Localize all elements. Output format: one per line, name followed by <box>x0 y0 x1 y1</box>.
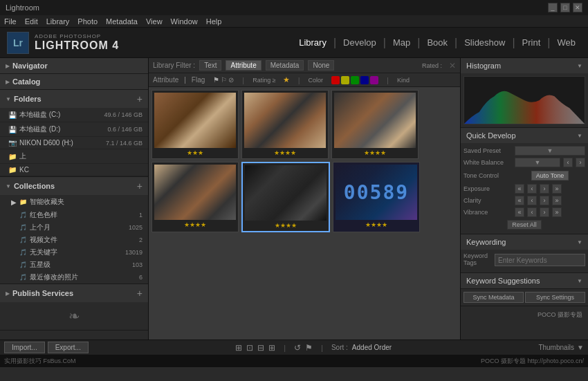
maximize-btn[interactable]: □ <box>560 3 570 12</box>
photo-cell[interactable]: ★★★ <box>151 90 239 159</box>
collection-item[interactable]: 🎵 无关键字 13019 <box>0 246 148 259</box>
folder-name: KC <box>19 166 143 174</box>
collection-item[interactable]: 🎵 最近修改的照片 6 <box>0 271 148 284</box>
nav-print[interactable]: Print <box>517 35 546 50</box>
flag-white[interactable]: ⚑ <box>213 76 219 84</box>
nav-slideshow[interactable]: Slideshow <box>459 35 511 50</box>
catalog-header[interactable]: ▶ Catalog <box>0 74 148 89</box>
qd-saved-preset-control[interactable]: ▼ <box>515 146 585 156</box>
menu-metadata[interactable]: Metadata <box>106 17 138 26</box>
color-blue[interactable] <box>360 76 369 84</box>
collections-add-btn[interactable]: + <box>137 180 143 192</box>
star-rating[interactable]: ★ <box>283 75 290 84</box>
nav-library[interactable]: Library <box>293 35 332 50</box>
folder-item[interactable]: 📁 KC <box>0 164 148 176</box>
nav-map[interactable]: Map <box>387 35 416 50</box>
import-btn[interactable]: Import... <box>4 342 45 353</box>
qd-vib-l[interactable]: ‹ <box>527 207 537 217</box>
nav-develop[interactable]: Develop <box>338 35 382 50</box>
filter-tab-metadata[interactable]: Metadata <box>266 60 304 71</box>
minimize-btn[interactable]: _ <box>548 3 558 12</box>
collection-item[interactable]: 🎵 五星级 103 <box>0 259 148 271</box>
menu-photo[interactable]: Photo <box>77 17 98 26</box>
qd-white-balance-left[interactable]: ‹ <box>563 158 573 167</box>
color-purple[interactable] <box>370 76 378 84</box>
publish-section: ▶ Publish Services + ❧ <box>0 284 148 331</box>
qd-white-balance-right[interactable]: › <box>576 158 585 167</box>
collection-group[interactable]: ▶ 📁 智能收藏夹 <box>0 195 148 209</box>
color-green[interactable] <box>351 76 359 84</box>
quick-develop-header[interactable]: Quick Develop ▼ <box>461 128 588 143</box>
folders-header[interactable]: ▼ Folders + <box>0 90 148 108</box>
collection-item[interactable]: 🎵 视频文件 2 <box>0 234 148 246</box>
filter-tab-none[interactable]: None <box>308 60 334 71</box>
qd-exp-l[interactable]: ‹ <box>527 184 537 194</box>
watermark-left: 实用摄影技巧 FsBus.CoM <box>4 357 76 366</box>
qd-vib-dl[interactable]: « <box>515 207 524 217</box>
folder-dir-icon: 📁 <box>8 153 17 160</box>
color-yellow[interactable] <box>341 76 349 84</box>
menu-file[interactable]: File <box>4 17 17 26</box>
qd-exp-dr[interactable]: » <box>552 184 562 194</box>
menu-help[interactable]: Help <box>206 17 222 26</box>
qd-vib-dr[interactable]: » <box>552 207 562 217</box>
qd-white-balance-control[interactable]: ▼ <box>515 158 560 167</box>
nav-web[interactable]: Web <box>552 35 582 50</box>
qd-vib-r[interactable]: › <box>540 207 549 217</box>
color-red[interactable] <box>331 76 340 84</box>
folder-item[interactable]: 📷 NIKON D600 (H:) 7.1 / 14.6 GB <box>0 137 148 149</box>
collection-icon: 🎵 <box>19 274 27 281</box>
flag-icon[interactable]: ⚑ <box>305 343 313 353</box>
compare-view-icon[interactable]: ⊟ <box>257 343 264 353</box>
folder-item[interactable]: 📁 上 <box>0 149 148 164</box>
photo-cell[interactable]: ★★★★ <box>241 90 329 159</box>
keywording-header[interactable]: Keywording ▼ <box>461 234 588 250</box>
filter-close-btn[interactable]: ✕ <box>449 61 456 71</box>
histogram-header[interactable]: Histogram ▼ <box>461 58 588 73</box>
collection-item[interactable]: 🎵 上个月 1025 <box>0 221 148 234</box>
sync-metadata-btn[interactable]: Sync Metadata <box>463 292 524 303</box>
folders-add-btn[interactable]: + <box>137 93 143 104</box>
qd-cla-dr[interactable]: » <box>552 196 562 205</box>
qd-exp-r[interactable]: › <box>540 184 549 194</box>
catalog-triangle: ▶ <box>6 79 10 85</box>
filter-tab-text[interactable]: Text <box>199 60 221 71</box>
publish-add-btn[interactable]: + <box>137 288 143 299</box>
menu-library[interactable]: Library <box>46 17 70 26</box>
photo-cell-selected[interactable]: ★★★★ <box>241 162 330 232</box>
sort-value[interactable]: Added Order <box>352 344 392 351</box>
survey-view-icon[interactable]: ⊞ <box>268 343 275 353</box>
folder-item[interactable]: 💾 本地磁盘 (C:) 49.6 / 146 GB <box>0 108 148 122</box>
auto-tone-btn[interactable]: Auto Tone <box>531 171 569 180</box>
qd-exp-dl[interactable]: « <box>515 184 524 194</box>
flag-unflag[interactable]: ⊘ <box>228 76 234 84</box>
loupe-view-icon[interactable]: ⊡ <box>246 343 253 353</box>
grid-view-icon[interactable]: ⊞ <box>235 343 242 353</box>
collection-item[interactable]: 🎵 红色色样 1 <box>0 209 148 221</box>
filter-tab-attribute[interactable]: Attribute <box>226 60 261 71</box>
keyword-suggestions-section: Keyword Suggestions ▼ <box>461 273 588 289</box>
menu-window[interactable]: Window <box>171 17 198 26</box>
keyword-tags-input[interactable] <box>495 254 585 266</box>
menu-view[interactable]: View <box>146 17 163 26</box>
collections-header[interactable]: ▼ Collections + <box>0 177 148 195</box>
export-btn[interactable]: Export... <box>48 342 89 353</box>
sync-settings-btn[interactable]: Sync Settings <box>525 292 585 303</box>
navigator-header[interactable]: ▶ Navigator <box>0 58 148 73</box>
qd-cla-r[interactable]: › <box>540 196 549 205</box>
photo-cell-watermark[interactable]: 00589 ★★★★ <box>333 162 420 232</box>
nav-book[interactable]: Book <box>421 35 453 50</box>
reset-all-btn[interactable]: Reset All <box>507 220 542 230</box>
rotate-icon[interactable]: ↺ <box>294 343 301 353</box>
photo-cell[interactable]: ★★★★ <box>331 90 419 159</box>
qd-cla-dl[interactable]: « <box>515 196 524 205</box>
folder-item[interactable]: 💾 本地磁盘 (D:) 0.6 / 146 GB <box>0 122 148 137</box>
keyword-suggestions-header[interactable]: Keyword Suggestions ▼ <box>461 273 588 288</box>
photo-cell[interactable]: ★★★★ <box>151 162 239 232</box>
flag-reject[interactable]: ⚐ <box>221 76 227 84</box>
close-btn[interactable]: ✕ <box>573 3 582 12</box>
publish-header[interactable]: ▶ Publish Services + <box>0 284 148 302</box>
histogram-svg <box>464 77 585 124</box>
qd-cla-l[interactable]: ‹ <box>527 196 537 205</box>
menu-edit[interactable]: Edit <box>25 17 38 26</box>
